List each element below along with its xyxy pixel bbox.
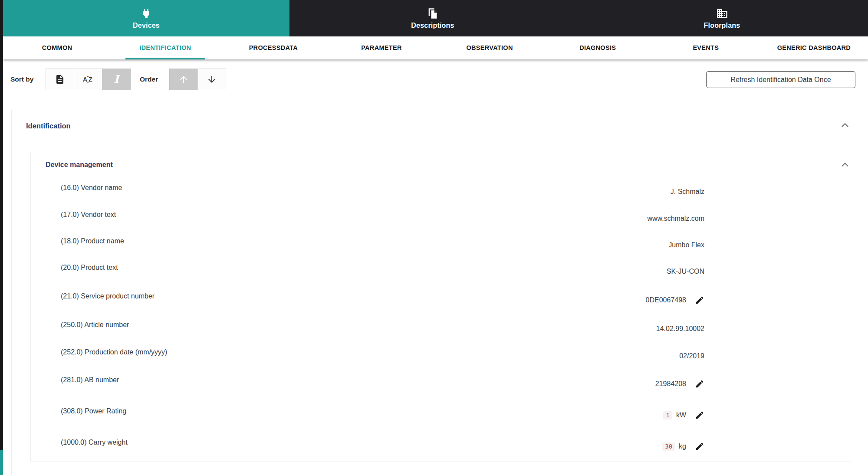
order-descending-button[interactable]	[197, 69, 226, 90]
row-value: 30 kg	[662, 442, 704, 451]
document-icon	[55, 74, 65, 85]
svg-text:A: A	[83, 76, 87, 83]
table-row: (250.0) Article number 14.02.99.10002	[61, 316, 704, 334]
row-label: (20.0) Product text	[61, 264, 118, 272]
unit-label: kW	[676, 411, 686, 419]
sort-by-alpha-button[interactable]: A Z	[74, 69, 102, 90]
top-tab-floorplans[interactable]: Floorplans	[576, 0, 868, 36]
tab-observation[interactable]: OBSERVATION	[436, 36, 544, 59]
sort-button-group: A Z I	[46, 69, 131, 90]
value-badge: 1	[663, 411, 672, 419]
row-label: (16.0) Vendor name	[61, 184, 122, 192]
edit-pencil-icon[interactable]	[695, 442, 704, 451]
row-label: (18.0) Product name	[61, 237, 124, 245]
chevron-up-icon[interactable]	[839, 120, 851, 131]
building-icon	[716, 7, 728, 20]
table-row: (16.0) Vendor name J. Schmalz	[61, 179, 704, 197]
table-row: (17.0) Vendor text www.schmalz.com	[61, 206, 704, 223]
tab-identification[interactable]: IDENTIFICATION	[111, 36, 219, 59]
row-label: (308.0) Power Rating	[61, 407, 126, 415]
row-value: Jumbo Flex	[668, 241, 704, 249]
top-tab-label: Floorplans	[704, 22, 740, 29]
row-value: www.schmalz.com	[647, 215, 704, 223]
top-tab-label: Devices	[133, 22, 160, 29]
tab-processdata[interactable]: PROCESSDATA	[219, 36, 327, 59]
table-row: (18.0) Product name Jumbo Flex	[61, 233, 704, 250]
refresh-identification-button[interactable]: Refresh Identification Data Once	[706, 71, 855, 88]
edit-pencil-icon[interactable]	[695, 295, 704, 305]
left-edge-strip-accent	[0, 450, 3, 475]
copy-icon	[427, 7, 439, 20]
row-label: (21.0) Service product number	[61, 292, 155, 300]
section-title-identification: Identification	[26, 122, 71, 130]
arrow-down-icon	[207, 74, 217, 85]
device-detail-page: Devices Descriptions Floorplans COMMON I…	[0, 0, 868, 475]
device-management-border	[30, 152, 31, 461]
sort-by-label: Sort by	[10, 75, 33, 83]
row-label: (17.0) Vendor text	[61, 211, 116, 219]
chevron-up-icon[interactable]	[839, 159, 851, 170]
order-ascending-button[interactable]	[169, 69, 198, 90]
tab-common[interactable]: COMMON	[3, 36, 111, 59]
order-label: Order	[140, 75, 158, 83]
order-button-group	[169, 69, 226, 90]
sort-by-index-button[interactable]: I	[102, 69, 131, 90]
unit-label: kg	[679, 442, 686, 450]
arrow-up-icon	[178, 74, 189, 85]
row-label: (281.0) AB number	[61, 376, 119, 384]
table-row: (20.0) Product text SK-JU-CON	[61, 259, 704, 276]
table-row: (21.0) Service product number 0DE0067498	[61, 288, 704, 305]
row-label: (1000.0) Carry weight	[61, 439, 128, 446]
section-divider	[30, 462, 851, 462]
edit-pencil-icon[interactable]	[695, 379, 704, 389]
row-value: 0DE0067498	[646, 295, 704, 305]
sub-tab-bar: COMMON IDENTIFICATION PROCESSDATA PARAME…	[3, 36, 868, 59]
left-edge-strip	[0, 0, 3, 450]
table-row: (1000.0) Carry weight 30 kg	[61, 434, 704, 451]
row-value: 14.02.99.10002	[656, 325, 704, 333]
italic-icon: I	[114, 74, 118, 85]
tab-events[interactable]: EVENTS	[652, 36, 760, 59]
sort-by-document-button[interactable]	[46, 69, 74, 90]
plug-icon	[140, 7, 152, 20]
table-row: (252.0) Production date (mm/yyyy) 02/201…	[61, 344, 704, 361]
sort-alpha-icon: A Z	[82, 74, 94, 85]
tab-diagnosis[interactable]: DIAGNOSIS	[544, 36, 652, 59]
section-title-device-management: Device management	[46, 161, 113, 169]
top-tab-bar: Devices Descriptions Floorplans	[3, 0, 868, 36]
value-badge: 30	[662, 442, 675, 451]
top-tab-devices[interactable]: Devices	[3, 0, 289, 36]
row-value: SK-JU-CON	[667, 268, 704, 275]
tab-generic-dashboard[interactable]: GENERIC DASHBOARD	[760, 36, 868, 59]
row-value: 02/2019	[679, 352, 704, 360]
top-tab-label: Descriptions	[411, 22, 454, 29]
svg-text:Z: Z	[89, 76, 92, 83]
table-row: (281.0) AB number 21984208	[61, 371, 704, 389]
tab-parameter[interactable]: PARAMETER	[327, 36, 435, 59]
row-value: J. Schmalz	[671, 188, 704, 196]
identification-card-border	[11, 110, 12, 475]
row-label: (250.0) Article number	[61, 321, 129, 329]
edit-pencil-icon[interactable]	[695, 410, 704, 420]
top-tab-descriptions[interactable]: Descriptions	[289, 0, 576, 36]
table-row: (308.0) Power Rating 1 kW	[61, 403, 704, 420]
row-value: 1 kW	[663, 410, 704, 420]
row-label: (252.0) Production date (mm/yyyy)	[61, 348, 167, 356]
row-value: 21984208	[655, 379, 704, 389]
